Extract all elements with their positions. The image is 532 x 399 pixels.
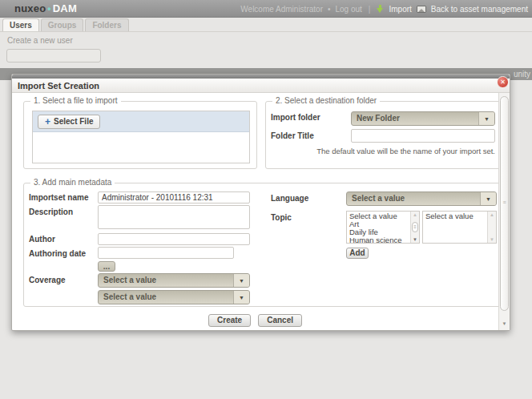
dialog-title: Import Set Creation	[18, 81, 99, 91]
importset-name-input[interactable]	[98, 191, 250, 204]
close-icon: ✕	[500, 79, 506, 86]
import-link[interactable]: Import	[389, 5, 411, 14]
import-folder-dropdown-button[interactable]: ▼	[478, 112, 494, 125]
scroll-down-icon: ▼	[490, 237, 494, 242]
logout-link[interactable]: Log out	[335, 5, 361, 14]
topic-label: Topic	[271, 213, 292, 222]
language-value: Select a value	[347, 192, 480, 205]
top-bar: nuxeo•DAM Welcome Administrator • Log ou…	[0, 0, 532, 18]
description-label: Description	[29, 208, 73, 216]
scroll-up-icon: ▲	[413, 212, 417, 217]
topic-available-items: Select a value Art Daily life Human scie…	[347, 212, 410, 243]
coverage-secondary-dropdown-button[interactable]: ▼	[233, 291, 249, 304]
coverage-value: Select a value	[99, 274, 233, 287]
tab-groups[interactable]: Groups	[41, 18, 84, 31]
welcome-separator: •	[328, 5, 331, 14]
author-label: Author	[29, 235, 55, 244]
create-user-label: Create a new user	[7, 36, 73, 45]
close-button[interactable]: ✕	[497, 76, 509, 88]
tab-bar: Users Groups Folders	[0, 18, 532, 32]
logo-dam: DAM	[53, 2, 77, 14]
importset-name-label: Importset name	[29, 193, 88, 202]
topic-available-scrollbar[interactable]: ▲ ≡ ▼	[410, 212, 419, 243]
tab-users[interactable]: Users	[2, 18, 39, 31]
topic-selected-items: Select a value	[423, 212, 487, 243]
coverage-dropdown-button[interactable]: ▼	[233, 274, 249, 287]
topic-option[interactable]: Select a value	[423, 212, 487, 220]
file-section-legend: 1. Select a file to import	[30, 96, 121, 105]
coverage-combobox[interactable]: Select a value ▼	[98, 273, 250, 288]
dropdown-arrow-icon: ▼	[239, 295, 244, 300]
dialog-button-row: Create Cancel	[12, 314, 498, 327]
language-label: Language	[271, 194, 308, 203]
folder-title-label: Folder Title	[271, 131, 314, 140]
folder-section: 2. Select a destination folder Import fo…	[265, 101, 502, 169]
file-upload-box: + Select File	[32, 111, 250, 163]
file-upload-toolbar: + Select File	[33, 111, 249, 132]
dropdown-arrow-icon: ▼	[486, 196, 491, 202]
select-file-button[interactable]: + Select File	[38, 115, 100, 129]
coverage-secondary-value: Select a value	[99, 291, 233, 304]
import-folder-value: New Folder	[352, 112, 478, 125]
dropdown-arrow-icon: ▼	[484, 116, 490, 122]
logo-nuxeo: nuxeo	[14, 2, 46, 14]
create-button[interactable]: Create	[208, 314, 251, 327]
metadata-section-legend: 3. Add main metadata	[30, 178, 115, 187]
new-user-input[interactable]	[6, 49, 101, 62]
scroll-down-icon: ▼	[413, 237, 417, 242]
metadata-section: 3. Add main metadata Importset name Desc…	[23, 183, 502, 307]
coverage-label: Coverage	[29, 276, 66, 284]
welcome-text: Welcome Administrator	[240, 5, 323, 14]
file-section: 1. Select a file to import + Select File	[23, 101, 257, 169]
dropdown-arrow-icon: ▼	[239, 278, 244, 284]
cancel-button[interactable]: Cancel	[258, 314, 302, 327]
clipped-community-text: unity	[514, 70, 530, 79]
import-folder-combobox[interactable]: New Folder ▼	[351, 111, 495, 126]
folder-title-input[interactable]	[351, 129, 495, 143]
language-dropdown-button[interactable]: ▼	[480, 192, 496, 205]
dialog-scrollbar[interactable]: ≡ ▼	[498, 93, 510, 330]
tab-folders[interactable]: Folders	[85, 18, 128, 31]
select-file-label: Select File	[54, 117, 93, 126]
date-picker-button[interactable]: ...	[98, 261, 115, 272]
back-image-icon	[417, 6, 426, 13]
screen: nuxeo•DAM Welcome Administrator • Log ou…	[0, 0, 532, 399]
authoring-date-input[interactable]	[98, 247, 234, 259]
topic-available-list[interactable]: Select a value Art Daily life Human scie…	[346, 211, 420, 244]
logo-dot-icon: •	[47, 3, 50, 14]
add-button[interactable]: Add	[346, 248, 369, 259]
language-combobox[interactable]: Select a value ▼	[346, 191, 497, 206]
plus-icon: +	[45, 118, 50, 126]
folder-title-hint: The default value will be the name of yo…	[290, 147, 495, 155]
nuxeo-dam-logo: nuxeo•DAM	[14, 2, 77, 14]
top-bar-right: Welcome Administrator • Log out | Import…	[240, 0, 528, 18]
import-folder-label: Import folder	[271, 113, 320, 122]
topic-option[interactable]: Human science	[347, 236, 410, 244]
scrollbar-thumb[interactable]: ≡	[412, 222, 418, 232]
coverage-secondary-combobox[interactable]: Select a value ▼	[98, 290, 250, 304]
import-arrow-icon	[377, 5, 384, 13]
scroll-up-icon: ▲	[490, 212, 494, 217]
dialog-scroll-down-button[interactable]: ▼	[500, 319, 509, 328]
author-input[interactable]	[98, 233, 250, 245]
topic-selected-list[interactable]: Select a value ▲ ▼	[422, 211, 497, 244]
header-divider: |	[369, 5, 371, 14]
scroll-grip-icon: ≡	[501, 200, 508, 205]
scroll-grip-icon: ≡	[413, 224, 417, 229]
description-textarea[interactable]	[98, 205, 250, 229]
back-to-asset-management-link[interactable]: Back to asset management	[431, 5, 528, 14]
dialog-scrollbar-thumb[interactable]: ≡	[500, 96, 509, 311]
import-set-creation-dialog: Import Set Creation ✕ 1. Select a file t…	[11, 74, 510, 331]
topic-selected-scrollbar[interactable]: ▲ ▼	[487, 212, 496, 243]
authoring-date-label: Authoring date	[29, 249, 86, 258]
scroll-down-icon: ▼	[502, 321, 507, 326]
folder-section-legend: 2. Select a destination folder	[272, 96, 380, 105]
